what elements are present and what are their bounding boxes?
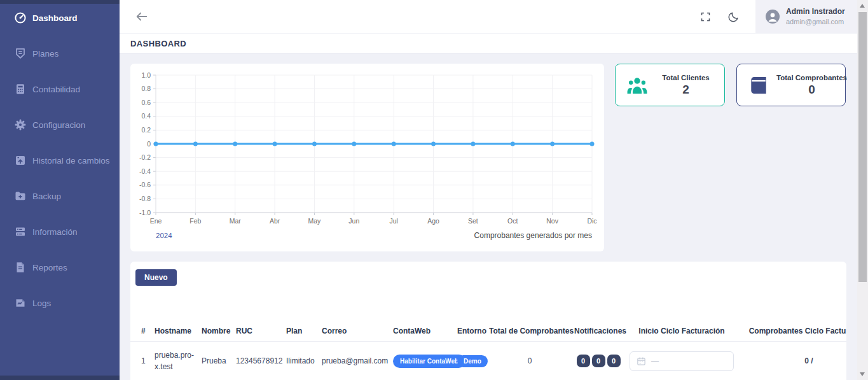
user-email: admin@gmail.com (786, 17, 845, 26)
sidebar-item-label: Historial de cambios (32, 156, 110, 165)
svg-text:Comprobantes generados por mes: Comprobantes generados por mes (474, 231, 592, 240)
stat-label: Total Clientes (655, 74, 717, 81)
sidebar-item-dashboard[interactable]: Dashboard (0, 0, 120, 36)
svg-text:Jul: Jul (389, 217, 397, 225)
date-input-placeholder: — (651, 356, 659, 365)
comprobantes-line-chart: 1.00.80.60.40.20-0.2-0.4-0.6-0.8-1.0EneF… (130, 66, 604, 250)
sidebar: Dashboard Planes Contabilidad Configurac… (0, 0, 120, 380)
notification-badge: 0 (592, 355, 605, 367)
col-header-comprobantes-ciclo: Comprobantes Ciclo Facturación (741, 323, 846, 342)
sidebar-item-label: Logs (32, 299, 51, 308)
sidebar-item-backup[interactable]: Backup (0, 178, 120, 214)
svg-text:2024: 2024 (156, 232, 172, 239)
book-icon (747, 76, 770, 95)
vertical-scrollbar[interactable] (857, 0, 868, 380)
folder-plus-icon (14, 190, 27, 202)
sidebar-item-label: Planes (32, 49, 59, 59)
sidebar-item-logs[interactable]: Logs (0, 285, 120, 321)
topbar-right: Admin Instrador admin@gmail.com (694, 0, 857, 33)
cell-correo: prueba@gmail.com (322, 342, 393, 380)
user-profile-menu[interactable]: Admin Instrador admin@gmail.com (755, 0, 857, 33)
topbar: Admin Instrador admin@gmail.com (120, 0, 857, 33)
table-row: 1 prueba.pro-x.test Prueba 12345678912 I… (130, 342, 846, 380)
col-header-num: # (130, 323, 155, 342)
sidebar-item-label: Backup (32, 192, 61, 201)
activity-log-icon (14, 297, 27, 309)
svg-text:1.0: 1.0 (141, 71, 151, 79)
svg-text:-1.0: -1.0 (139, 209, 151, 216)
col-header-nombre: Nombre (202, 323, 236, 342)
scrollbar-thumb[interactable] (858, 12, 867, 282)
svg-text:Feb: Feb (189, 217, 201, 225)
calendar-icon (637, 356, 646, 366)
col-header-notificaciones: Notificaciones (574, 323, 626, 342)
table-header-row: # Hostname Nombre RUC Plan Correo ContaW… (130, 323, 846, 342)
col-header-inicio-ciclo: Inicio Ciclo Facturación (626, 323, 741, 342)
cell-inicio-ciclo: — (626, 342, 741, 380)
fullscreen-button[interactable] (694, 6, 716, 27)
back-arrow-icon (135, 10, 149, 24)
habilitar-contaweb-button[interactable]: Habilitar ContaWeb (393, 355, 465, 368)
moon-icon (727, 11, 740, 23)
new-client-button[interactable]: Nuevo (135, 269, 177, 286)
total-comprobantes-card: Total Comprobantes 0 (736, 64, 846, 106)
fullscreen-icon (700, 11, 711, 22)
col-header-total-comprobantes: Total de Comprobantes (489, 323, 574, 342)
stat-value: 0 (776, 83, 847, 97)
svg-text:Mar: Mar (230, 217, 242, 225)
people-group-icon (626, 76, 649, 95)
clients-table: # Hostname Nombre RUC Plan Correo ContaW… (130, 323, 846, 380)
svg-text:Ene: Ene (150, 217, 162, 225)
cell-notificaciones: 000 (574, 342, 626, 380)
col-header-entorno: Entorno (457, 323, 489, 342)
svg-text:Abr: Abr (270, 217, 280, 225)
svg-text:Jun: Jun (348, 217, 359, 225)
clients-table-wrap: # Hostname Nombre RUC Plan Correo ContaW… (130, 323, 846, 380)
cell-entorno: Demo (457, 342, 489, 380)
svg-text:Ago: Ago (427, 217, 439, 225)
sidebar-item-contabilidad[interactable]: Contabilidad (0, 71, 120, 107)
page-title: DASHBOARD (130, 39, 186, 48)
svg-text:0.4: 0.4 (141, 112, 151, 120)
entorno-badge: Demo (457, 355, 488, 367)
sidebar-item-planes[interactable]: Planes (0, 36, 120, 71)
scrollbar-up-arrow[interactable] (860, 4, 865, 8)
cell-hostname: prueba.pro-x.test (155, 342, 202, 380)
total-clientes-card: Total Clientes 2 (615, 64, 725, 106)
notification-badge: 0 (607, 355, 621, 367)
sidebar-item-reportes[interactable]: Reportes (0, 250, 120, 285)
col-header-contaweb: ContaWeb (393, 323, 457, 342)
col-header-ruc: RUC (236, 323, 286, 342)
main-area: Admin Instrador admin@gmail.com DASHBOAR… (120, 0, 857, 380)
svg-text:0: 0 (147, 140, 151, 148)
svg-text:Set: Set (468, 217, 478, 225)
page-title-bar: DASHBOARD (120, 33, 857, 53)
notification-badge: 0 (577, 355, 590, 367)
col-header-plan: Plan (286, 323, 322, 342)
clients-table-card: Nuevo # Hostname Nombre RUC (130, 262, 846, 380)
avatar (766, 10, 780, 24)
document-report-icon (14, 261, 27, 274)
content: 1.00.80.60.40.20-0.2-0.4-0.6-0.8-1.0EneF… (120, 53, 857, 380)
sidebar-item-historial-de-cambios[interactable]: Historial de cambios (0, 143, 120, 178)
col-header-correo: Correo (322, 323, 393, 342)
svg-text:0.6: 0.6 (141, 99, 151, 106)
sidebar-nav: Dashboard Planes Contabilidad Configurac… (0, 0, 120, 321)
svg-text:0.2: 0.2 (141, 126, 151, 134)
sidebar-item-informacion[interactable]: Información (0, 214, 120, 250)
cell-num: 1 (130, 342, 155, 380)
back-arrow-button[interactable] (134, 8, 150, 25)
svg-text:Dic: Dic (587, 217, 596, 225)
svg-text:0.8: 0.8 (141, 85, 151, 92)
sidebar-item-label: Dashboard (32, 13, 78, 23)
scrollbar-down-arrow[interactable] (860, 372, 865, 376)
dark-mode-button[interactable] (722, 6, 744, 27)
stat-value: 2 (655, 83, 717, 97)
sidebar-item-label: Información (32, 227, 78, 237)
svg-text:-0.2: -0.2 (139, 153, 151, 161)
inicio-ciclo-date-input[interactable]: — (630, 351, 734, 371)
sidebar-item-label: Reportes (32, 263, 67, 272)
sidebar-item-configuracion[interactable]: Configuracion (0, 107, 120, 143)
user-name: Admin Instrador (786, 7, 845, 17)
chart-card: 1.00.80.60.40.20-0.2-0.4-0.6-0.8-1.0EneF… (130, 64, 604, 251)
